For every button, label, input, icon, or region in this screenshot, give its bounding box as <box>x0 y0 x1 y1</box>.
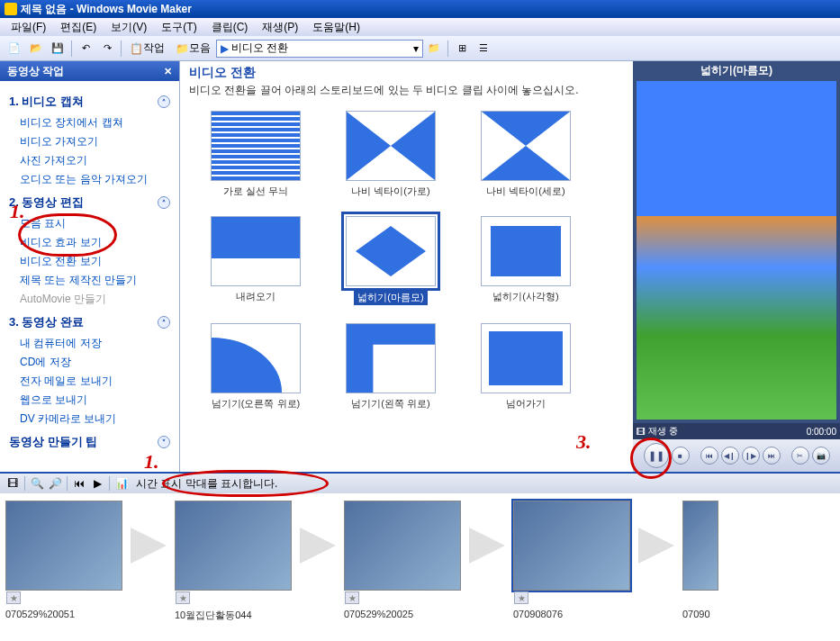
toggle-timeline-label[interactable]: 시간 표시 막대를 표시합니다. <box>131 476 283 492</box>
clip-slot[interactable]: ★ 070529%20025 <box>344 501 461 619</box>
stop-button[interactable]: ■ <box>672 447 690 465</box>
clip-thumb: ★ <box>513 501 630 591</box>
clip-slot[interactable]: ★ 070908076 <box>513 501 630 619</box>
redo-button[interactable]: ↷ <box>97 39 117 59</box>
tasks-button[interactable]: 📋 작업 <box>124 39 170 59</box>
preview-video <box>637 81 836 420</box>
transitions-grid: 가로 실선 무늬 나비 넥타이(가로) 나비 넥타이(세로) 내려오기 넓히기(… <box>180 102 633 472</box>
chevron-up-icon: ˄ <box>158 196 170 209</box>
section-finish[interactable]: 3. 동영상 완료˄ <box>9 314 170 330</box>
open-button[interactable]: 📂 <box>26 39 46 59</box>
effects-icon[interactable]: ★ <box>176 591 190 604</box>
up-button[interactable]: 📁 <box>424 39 444 59</box>
next-button[interactable]: ⏭ <box>763 447 781 465</box>
split-button[interactable]: ✂ <box>791 447 809 465</box>
content-area: 비디오 전환 비디오 전환을 끌어 아래의 스토리보드에 있는 두 비디오 클립… <box>180 61 633 472</box>
rewind-button[interactable]: ⏮ <box>71 475 87 492</box>
transition-placeholder-icon <box>300 528 336 564</box>
film-icon: 🎞 <box>637 427 646 437</box>
transition-slot[interactable] <box>465 501 510 591</box>
preview-status: 🎞 재생 중 0:00:00 <box>633 423 840 439</box>
menu-view[interactable]: 보기(V) <box>104 20 154 35</box>
link-import-pictures[interactable]: 사진 가져오기 <box>9 151 170 170</box>
link-import-video[interactable]: 비디오 가져오기 <box>9 132 170 151</box>
menu-play[interactable]: 재생(P) <box>255 20 305 35</box>
transition-thumb <box>211 111 301 181</box>
menu-help[interactable]: 도움말(H) <box>305 20 367 35</box>
new-button[interactable]: 📄 <box>5 39 24 59</box>
content-title: 비디오 전환 <box>189 65 624 81</box>
menu-tools[interactable]: 도구(T) <box>154 20 203 35</box>
transition-slot[interactable] <box>634 501 679 591</box>
transition-item[interactable]: 넘어가기 <box>463 323 589 411</box>
chevron-up-icon: ˄ <box>158 316 170 329</box>
transition-item[interactable]: 넘기기(왼쪽 위로) <box>328 323 454 411</box>
close-icon[interactable]: ✕ <box>164 66 172 77</box>
link-video-effects[interactable]: 비디오 효과 보기 <box>9 233 170 252</box>
transition-placeholder-icon <box>469 528 505 564</box>
transition-item[interactable]: 나비 넥타이(세로) <box>463 111 589 198</box>
link-send-web[interactable]: 웹으로 보내기 <box>9 391 170 410</box>
title-bar: 제목 없음 - Windows Movie Maker <box>0 0 840 18</box>
storyboard: ★ 070529%20051 ★ 10월집단활동044 ★ 070529%200… <box>0 493 840 641</box>
clip-thumb <box>682 501 718 591</box>
link-video-transitions[interactable]: 비디오 전환 보기 <box>9 252 170 271</box>
menu-edit[interactable]: 편집(E) <box>53 20 104 35</box>
link-show-collections[interactable]: 모음 표시 <box>9 214 170 233</box>
link-send-dv[interactable]: DV 카메라로 보내기 <box>9 410 170 429</box>
clip-slot[interactable]: ★ 10월집단활동044 <box>175 501 292 622</box>
toggle-timeline-icon[interactable]: 📊 <box>113 475 130 492</box>
view-thumbnails-button[interactable]: ⊞ <box>452 39 472 59</box>
step-back-button[interactable]: ◀❙ <box>721 447 739 465</box>
effects-icon[interactable]: ★ <box>514 591 528 604</box>
transition-item[interactable]: 넓히기(사각형) <box>463 216 589 305</box>
collections-combo[interactable]: ▶ 비디오 전환 ▾ <box>216 40 423 58</box>
transition-item[interactable]: 내려오기 <box>193 216 319 305</box>
collections-button[interactable]: 📁 모음 <box>170 39 216 59</box>
transition-item[interactable]: 가로 실선 무늬 <box>193 111 319 198</box>
effects-icon[interactable]: ★ <box>6 591 21 604</box>
timeline-view-button[interactable]: 🎞 <box>5 475 21 492</box>
effects-icon[interactable]: ★ <box>345 591 359 604</box>
transition-slot[interactable] <box>126 501 171 591</box>
step-fwd-button[interactable]: ❙▶ <box>742 447 760 465</box>
transition-item[interactable]: 넘기기(오른쪽 위로) <box>193 323 319 411</box>
link-save-computer[interactable]: 내 컴퓨터에 저장 <box>9 334 170 353</box>
transition-item-selected[interactable]: 넓히기(마름모) <box>328 216 454 305</box>
transition-thumb <box>481 323 571 393</box>
menu-file[interactable]: 파일(F) <box>4 20 53 35</box>
transition-slot[interactable] <box>295 501 340 591</box>
link-send-email[interactable]: 전자 메일로 보내기 <box>9 372 170 391</box>
link-import-audio[interactable]: 오디오 또는 음악 가져오기 <box>9 170 170 189</box>
prev-button[interactable]: ⏮ <box>700 447 718 465</box>
link-save-cd[interactable]: CD에 저장 <box>9 353 170 372</box>
save-button[interactable]: 💾 <box>48 39 68 59</box>
section-edit[interactable]: 2. 동영상 편집˄ <box>9 194 170 211</box>
toolbar: 📄 📂 💾 ↶ ↷ 📋 작업 📁 모음 ▶ 비디오 전환 ▾ 📁 ⊞ ☰ <box>0 36 840 61</box>
task-pane-header: 동영상 작업 ✕ <box>0 61 179 81</box>
preview-controls: ❚❚ ■ ⏮ ◀❙ ❙▶ ⏭ ✂ 📷 <box>633 439 840 472</box>
section-tips[interactable]: 동영상 만들기 팁˅ <box>9 434 170 450</box>
transition-thumb <box>481 111 571 181</box>
content-subtitle: 비디오 전환을 끌어 아래의 스토리보드에 있는 두 비디오 클립 사이에 놓으… <box>189 83 624 98</box>
zoom-in-button[interactable]: 🔍 <box>29 475 45 492</box>
menu-clip[interactable]: 클립(C) <box>204 20 256 35</box>
play-timeline-button[interactable]: ▶ <box>89 475 105 492</box>
snapshot-button[interactable]: 📷 <box>812 447 830 465</box>
view-details-button[interactable]: ☰ <box>474 39 493 59</box>
pause-button[interactable]: ❚❚ <box>644 443 669 468</box>
clip-slot[interactable]: ★ 070529%20051 <box>5 501 122 619</box>
zoom-out-button[interactable]: 🔎 <box>47 475 63 492</box>
undo-button[interactable]: ↶ <box>76 39 95 59</box>
timeline-toolbar: 🎞 🔍 🔎 ⏮ ▶ 📊 시간 표시 막대를 표시합니다. <box>0 472 840 493</box>
clip-thumb: ★ <box>5 501 122 591</box>
section-capture[interactable]: 1. 비디오 캡쳐˄ <box>9 94 170 110</box>
clip-slot[interactable]: 07090 <box>682 501 718 619</box>
app-icon <box>5 3 17 15</box>
transition-item[interactable]: 나비 넥타이(가로) <box>328 111 454 198</box>
link-titles-credits[interactable]: 제목 또는 제작진 만들기 <box>9 271 170 290</box>
transition-thumb <box>481 216 571 286</box>
link-capture-device[interactable]: 비디오 장치에서 캡쳐 <box>9 113 170 132</box>
link-automovie[interactable]: AutoMovie 만들기 <box>9 290 170 309</box>
preview-time: 0:00:00 <box>807 427 836 437</box>
